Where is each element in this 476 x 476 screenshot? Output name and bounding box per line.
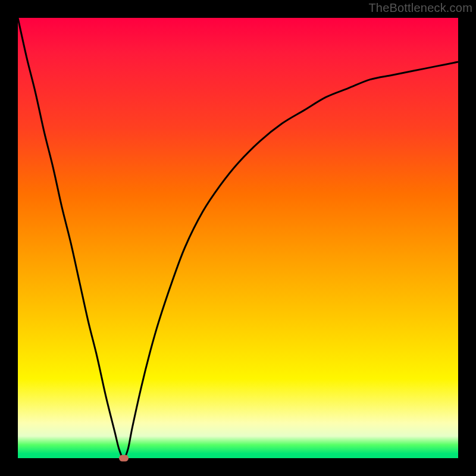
bottleneck-curve [18,18,458,458]
attribution-text: TheBottleneck.com [368,1,472,15]
minimum-marker [119,455,129,462]
curve-path [18,18,458,458]
chart-frame: TheBottleneck.com [0,0,476,476]
plot-area [18,18,458,458]
